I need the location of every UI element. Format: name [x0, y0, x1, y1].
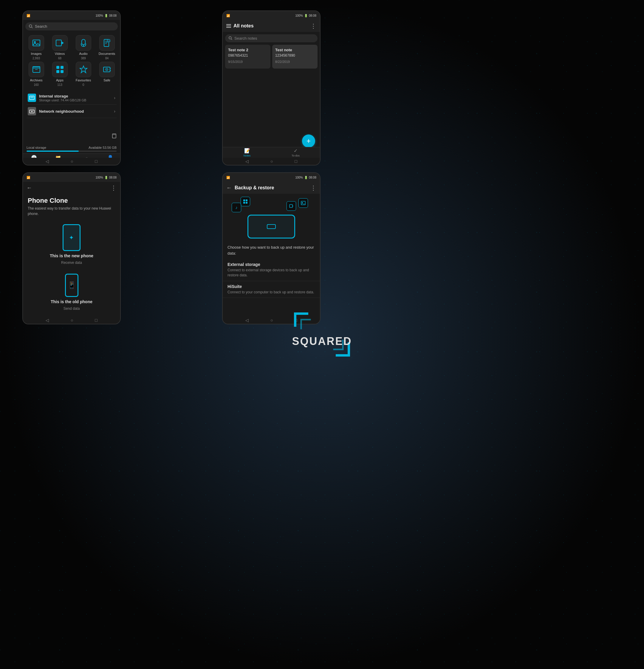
category-safe[interactable]: Safe	[96, 62, 118, 86]
backup-back-nav[interactable]: ◁	[245, 318, 249, 323]
note-date-1: 9/15/2019	[228, 60, 268, 63]
apps-icon	[56, 65, 64, 74]
category-label: Videos	[55, 52, 65, 55]
svg-rect-44	[289, 204, 292, 208]
hisuite-option[interactable]: HiSuite Connect to your computer to back…	[223, 281, 320, 298]
hamburger-line	[226, 27, 231, 28]
old-phone-item[interactable]: 📱 This is the old phone Send data	[51, 274, 92, 311]
category-images[interactable]: Images 2,993	[25, 35, 47, 60]
svg-rect-42	[301, 201, 305, 205]
note-card-1[interactable]: Test note 2 0987654321 9/15/2019	[225, 45, 270, 69]
internal-storage-item[interactable]: Internal storage Storage used: 74.44 GB/…	[27, 91, 117, 105]
screen-phoneclone: 📶 100% 🔋 08:08 ← ⋮ Phone Clone The easie…	[23, 172, 121, 324]
star-icon	[79, 65, 88, 74]
notes-search-bar[interactable]: Search notes	[225, 34, 317, 42]
svg-rect-20	[60, 70, 63, 73]
notes-recents-button[interactable]: □	[295, 159, 297, 164]
note-title-2: Test note	[275, 48, 315, 52]
phoneclone-home-nav[interactable]: ○	[71, 318, 73, 323]
backup-battery: 100%	[295, 176, 303, 179]
notes-home-button[interactable]: ○	[270, 159, 273, 164]
status-time: 08:08	[109, 14, 117, 17]
svg-line-1	[32, 27, 33, 28]
note-title-1: Test note 2	[228, 48, 268, 52]
video-icon	[56, 39, 64, 47]
category-favourites[interactable]: Favourites 0	[72, 62, 94, 86]
category-documents[interactable]: Documents 84	[96, 35, 118, 60]
todos-tab-icon: ✓	[294, 148, 298, 154]
category-audio[interactable]: Audio 389	[72, 35, 94, 60]
category-count-archives: 160	[34, 83, 39, 86]
phoneclone-more-button[interactable]: ⋮	[111, 184, 117, 191]
backup-device-button	[267, 224, 276, 229]
category-count: 2,993	[32, 57, 40, 60]
category-count: 389	[81, 57, 86, 60]
screen-backup: 📶 100% 🔋 08:08 ← Backup & restore ⋮	[222, 172, 320, 324]
category-label: Images	[31, 52, 41, 55]
storage-progress-bar	[27, 151, 117, 152]
category-count: 0	[83, 83, 84, 86]
notes-tab-label: Notes	[244, 154, 251, 157]
phoneclone-signal: 📶	[27, 176, 30, 179]
search-input-label: Search	[35, 24, 47, 29]
new-phone-item[interactable]: ✦ This is the new phone Receive data	[50, 224, 93, 265]
search-icon	[29, 25, 33, 29]
backup-description: Choose how you want to back up and resto…	[223, 241, 320, 259]
backup-illustration: ♪	[223, 194, 320, 241]
phoneclone-battery-icon: 🔋	[104, 176, 108, 179]
internal-storage-icon	[28, 94, 36, 102]
screen-filemanager: 📶 100% 🔋 08:08 Search	[23, 11, 121, 166]
category-label-archives: Archives	[30, 79, 42, 82]
external-storage-option[interactable]: External storage Connect to external sto…	[223, 259, 320, 281]
back-button[interactable]: ◁	[46, 159, 49, 164]
todos-tab-label: To-dos	[291, 154, 300, 157]
phoneclone-back-button[interactable]: ←	[27, 185, 32, 191]
filemanager-search-bar[interactable]: Search	[25, 23, 118, 30]
category-count-apps: 113	[57, 83, 62, 86]
phoneclone-recents-nav[interactable]: □	[95, 318, 97, 323]
notes-back-button[interactable]: ◁	[245, 159, 249, 164]
backup-home-nav[interactable]: ○	[270, 318, 273, 323]
send-data-button[interactable]: Send data	[63, 307, 80, 311]
hamburger-menu[interactable]	[226, 24, 231, 28]
recents-button[interactable]: □	[95, 159, 97, 164]
phoneclone-status-right: 100% 🔋 08:08	[96, 176, 117, 179]
phoneclone-title: Phone Clone	[23, 194, 120, 206]
tab-todos[interactable]: ✓ To-dos	[271, 147, 320, 158]
screens-wrapper: 📶 100% 🔋 08:08 Search	[0, 0, 644, 669]
home-button[interactable]: ○	[71, 159, 73, 164]
notes-battery-pct: 100%	[295, 14, 303, 17]
phoneclone-content: ✦ This is the new phone Receive data 📱 T…	[23, 221, 120, 314]
svg-rect-38	[243, 199, 245, 201]
notes-more-button[interactable]: ⋮	[310, 23, 316, 29]
archive-icon	[32, 65, 41, 74]
svg-rect-17	[56, 66, 59, 69]
document-icon	[103, 39, 111, 47]
backup-header: ← Backup & restore ⋮	[223, 182, 320, 194]
svg-rect-18	[60, 66, 63, 69]
network-storage-icon	[28, 107, 36, 115]
category-archives[interactable]: Archives 160	[25, 62, 47, 86]
category-videos[interactable]: Videos 68	[49, 35, 71, 60]
network-storage-text: Network neighbourhood	[39, 109, 111, 114]
center-logo: SQUARED	[289, 308, 355, 361]
svg-rect-40	[243, 202, 245, 204]
old-phone-label: This is the old phone	[51, 299, 92, 304]
receive-data-button[interactable]: Receive data	[61, 260, 82, 265]
backup-back-button[interactable]: ←	[226, 185, 232, 191]
backup-more-button[interactable]: ⋮	[310, 184, 316, 191]
sd-card-icon	[112, 133, 117, 139]
phoneclone-time: 08:08	[109, 176, 117, 179]
notes-tab-icon: 📝	[244, 148, 250, 154]
hisuite-desc: Connect to your computer to back up and …	[228, 290, 315, 295]
network-storage-item[interactable]: Network neighbourhood ›	[27, 105, 117, 118]
notes-fab-button[interactable]: +	[302, 134, 315, 147]
video-float-icon	[287, 201, 296, 211]
note-card-2[interactable]: Test note 1234567890 8/22/2019	[272, 45, 317, 69]
category-count: 84	[105, 57, 109, 60]
internal-storage-text: Internal storage Storage used: 74.44 GB/…	[39, 94, 111, 102]
tab-notes[interactable]: 📝 Notes	[223, 147, 271, 158]
category-apps[interactable]: Apps 113	[49, 62, 71, 86]
old-phone-icon: 📱	[65, 274, 78, 297]
phoneclone-back-nav[interactable]: ◁	[46, 318, 49, 323]
